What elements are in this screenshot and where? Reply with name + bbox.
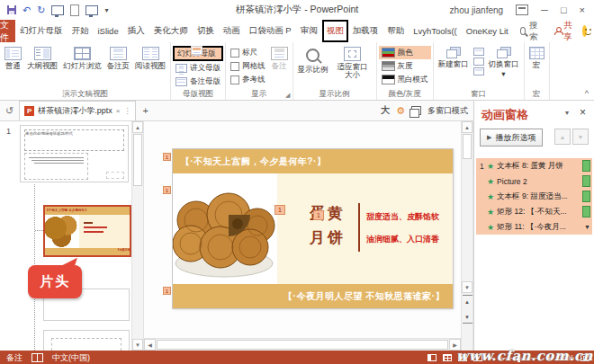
mooncake-picture[interactable] <box>173 173 277 284</box>
tab-transitions[interactable]: 切换 <box>193 20 219 42</box>
tab-onekey[interactable]: OneKey Lit <box>462 20 513 42</box>
history-icon[interactable]: ↺ <box>5 105 14 117</box>
undo-icon[interactable]: ↶ <box>22 5 31 15</box>
dialog-launcher-icon[interactable]: ◢ <box>285 92 290 99</box>
btn-grayscale[interactable]: 灰度 <box>379 59 431 73</box>
tab-close-icon[interactable]: × <box>116 107 121 115</box>
animation-tag[interactable]: 1 <box>313 210 324 220</box>
scroll-down-icon[interactable]: ▼ <box>132 339 143 351</box>
move-earlier-button[interactable]: ▲ <box>554 129 571 145</box>
scroll-left-icon[interactable]: ◀ <box>144 339 156 351</box>
tab-menu-icon[interactable]: ⋮ <box>123 107 130 115</box>
btn-zoom[interactable]: 显示比例 <box>295 45 331 75</box>
btn-new-window[interactable]: 新建窗口 <box>436 45 472 70</box>
tab-animations[interactable]: 动画 <box>219 20 245 42</box>
scroll-up-icon[interactable]: ▲ <box>132 121 143 133</box>
btn-outline-view[interactable]: 大纲视图 <box>24 45 60 72</box>
maximize-button[interactable]: □ <box>561 5 567 15</box>
horizontal-scrollbar[interactable]: ◀ ▶ <box>144 338 461 351</box>
scrollbar-thumb[interactable] <box>133 134 142 186</box>
play-selected-button[interactable]: ▶ 播放所选项 <box>480 129 543 146</box>
scrollbar-thumb[interactable] <box>157 340 448 350</box>
checkbox-gridlines[interactable]: 网格线 <box>228 59 268 73</box>
document-tab[interactable]: P 栟茶镇浒澪小学.pptx × ⋮ <box>19 101 136 120</box>
qat-customize-icon[interactable]: ▾ <box>104 6 108 14</box>
thumbnail-scrollbar[interactable]: ▲ ▼ <box>131 121 144 351</box>
tab-review[interactable]: 审阅 <box>296 20 322 42</box>
animation-tag[interactable]: 1 <box>163 287 171 295</box>
slideshow-icon[interactable] <box>86 5 98 15</box>
product-title-text[interactable]: 蛋黄 月饼 <box>306 201 349 250</box>
save-icon[interactable] <box>7 5 16 14</box>
slide-sorter-view-icon[interactable] <box>443 354 452 361</box>
animation-item[interactable]: 1 ★ 文本框 8: 蛋黄 月饼 <box>476 158 592 173</box>
btn-notes[interactable]: 备注 <box>268 45 291 72</box>
master-slide-thumbnail[interactable]: 单击此处编辑母版标题样式 <box>20 125 129 182</box>
btn-handout-master[interactable]: 讲义母版 <box>173 61 223 75</box>
btn-slide-master[interactable]: 幻灯片母版 <box>173 46 223 61</box>
new-file-icon[interactable] <box>70 4 79 16</box>
btn-switch-windows[interactable]: 切换窗口 ▾ <box>486 45 522 80</box>
language-indicator[interactable]: 中文(中国) <box>52 352 90 364</box>
animation-item[interactable]: ★ 文本框 9: 甜度适当... <box>476 189 592 204</box>
animation-item[interactable]: ★ 矩形 12: 【·不知天... <box>476 204 592 219</box>
checkbox-ruler[interactable]: 标尺 <box>228 46 268 59</box>
multi-window-label[interactable]: 多窗口模式 <box>428 105 468 117</box>
pane-dropdown-icon[interactable]: ▾ <box>565 109 569 117</box>
btn-slide-sorter[interactable]: 幻灯片浏览 <box>60 45 104 72</box>
arrange-all-icon[interactable] <box>473 48 484 56</box>
selected-layout-thumbnail[interactable]: 【不知天上宫阙 今夕是何年】 【今夜月明人尽望】 <box>43 205 131 257</box>
slide-editing-area[interactable]: 【·不知天上宫阙，今夕是何年?·】 <box>173 149 453 308</box>
tab-help[interactable]: 帮助 <box>382 20 409 42</box>
new-tab-button[interactable]: + <box>136 105 154 116</box>
tab-file[interactable]: 文件 <box>0 20 15 42</box>
move-later-button[interactable]: ▼ <box>572 129 589 145</box>
notes-toggle[interactable]: 备注 <box>6 352 22 364</box>
tab-pocket-animation[interactable]: 口袋动画 P <box>245 20 296 42</box>
tab-lvyhtools[interactable]: LvyhTools(( <box>409 20 462 42</box>
next-slide-button[interactable]: ▼ <box>463 311 472 324</box>
search-box[interactable]: 搜索 <box>513 20 548 42</box>
animation-tag[interactable]: 1 <box>163 186 171 194</box>
tab-view-active[interactable]: 视图 <box>322 20 348 42</box>
scroll-up-icon[interactable]: ▲ <box>462 121 472 133</box>
btn-black-white[interactable]: 黑白模式 <box>379 73 431 86</box>
proofing-book-icon[interactable] <box>32 353 43 362</box>
tab-islide[interactable]: iSlide <box>93 20 122 42</box>
animation-item[interactable]: ★ Picture 2 <box>476 173 592 189</box>
timing-bar[interactable] <box>582 206 590 218</box>
plugin-tool-icon[interactable]: 大 <box>381 104 390 117</box>
btn-macros[interactable]: 宏 <box>526 45 547 71</box>
btn-notes-master[interactable]: 备注母版 <box>173 75 223 88</box>
tab-meihua-dashi[interactable]: 美化大师 <box>149 20 193 42</box>
start-slideshow-icon[interactable] <box>51 5 64 15</box>
minimize-button[interactable]: ─ <box>541 5 548 15</box>
move-split-icon[interactable] <box>473 67 484 75</box>
animation-item[interactable]: ★ 矩形 11: 【·今夜月... ▼ <box>476 219 592 235</box>
main-scrollbar[interactable]: ▲ ▼ ▲ ▼ <box>461 121 473 351</box>
btn-normal-view[interactable]: 普通 <box>2 45 24 72</box>
tab-home[interactable]: 开始 <box>67 20 93 42</box>
btn-fit-to-window[interactable]: 适应窗口大小 <box>331 45 374 81</box>
tab-addins[interactable]: 加载项 <box>348 20 383 42</box>
ribbon-display-options-icon[interactable] <box>516 4 528 15</box>
normal-view-icon[interactable] <box>428 354 436 361</box>
animation-tag[interactable]: 1 <box>274 205 285 215</box>
scrollbar-thumb[interactable] <box>463 134 472 159</box>
collapse-ribbon-icon[interactable]: ^ <box>585 89 589 98</box>
share-button[interactable]: 共享 <box>547 20 582 42</box>
description-text[interactable]: 甜度适当、皮酥馅软 油润细腻、入口清香 <box>366 206 439 251</box>
item-dropdown-icon[interactable]: ▼ <box>584 224 590 230</box>
timing-bar[interactable] <box>582 175 590 187</box>
btn-reading-view[interactable]: 阅读视图 <box>132 45 168 72</box>
timing-bar[interactable] <box>582 191 590 202</box>
cascade-icon[interactable] <box>473 58 484 66</box>
btn-color[interactable]: 颜色 <box>379 46 431 59</box>
previous-slide-button[interactable]: ▲ <box>463 295 472 307</box>
btn-notes-page[interactable]: 备注页 <box>104 45 133 72</box>
redo-icon[interactable]: ↻ <box>37 5 45 15</box>
animation-tag[interactable]: 1 <box>163 153 171 161</box>
bottom-banner-shape[interactable]: 【·今夜月明人尽望 不知秋思落谁家·】 <box>173 284 453 308</box>
timing-bar[interactable] <box>582 160 590 172</box>
feedback-smiley-icon[interactable] <box>582 25 587 37</box>
